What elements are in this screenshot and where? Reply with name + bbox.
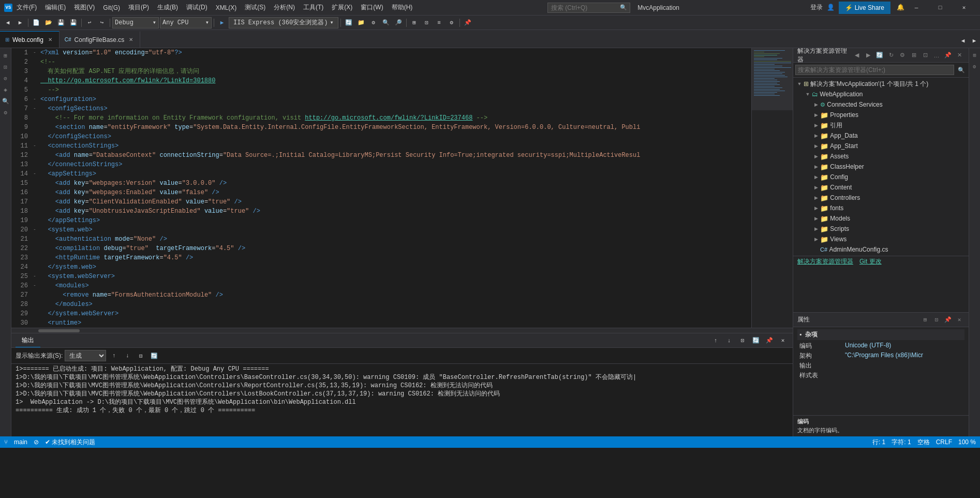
- se-expand-content[interactable]: ▶: [812, 185, 820, 190]
- se-expand-props[interactable]: ▶: [812, 112, 820, 118]
- se-solution-root[interactable]: ▼ ⊞ 解决方案'MvcApplication'(1 个项目/共 1 个): [793, 79, 969, 89]
- sidebar-icon-1[interactable]: ⊞: [1, 50, 11, 61]
- new-project-button[interactable]: 📄: [31, 17, 42, 28]
- sidebar-icon-3[interactable]: ⊘: [1, 73, 11, 83]
- se-expand-appstart[interactable]: ▶: [812, 143, 820, 149]
- tab-scroll-left[interactable]: ◀: [957, 33, 969, 48]
- menu-file[interactable]: 文件(F): [12, 1, 41, 14]
- se-item-models[interactable]: ▶ 📁 Models: [793, 213, 969, 224]
- se-item-properties[interactable]: ▶ 📁 Properties: [793, 110, 969, 120]
- sidebar-icon-6[interactable]: ⚙: [1, 107, 11, 118]
- liveshare-button[interactable]: ⚡ Live Share: [839, 2, 890, 14]
- se-tool-more[interactable]: …: [931, 50, 942, 61]
- menu-debug[interactable]: 调试(D): [182, 1, 212, 14]
- bottom-close-btn[interactable]: ✕: [777, 335, 789, 346]
- git-changes-link[interactable]: Git 更改: [859, 257, 882, 266]
- tab-configfilebase[interactable]: C# ConfigFileBase.cs ✕: [60, 31, 141, 48]
- iis-express-dropdown[interactable]: IIS Express (360安全浏览器) ▾: [229, 17, 338, 28]
- tab-output[interactable]: 输出: [16, 334, 40, 347]
- props-tool-close[interactable]: ✕: [954, 315, 964, 325]
- run-button[interactable]: ▶: [216, 17, 228, 28]
- extra-btn-4[interactable]: ⚙: [446, 17, 457, 28]
- menu-tools[interactable]: 工具(T): [299, 1, 328, 14]
- fold-icon-7[interactable]: -: [31, 104, 38, 113]
- se-item-adminmenu[interactable]: C# AdminMenuConfig.cs: [793, 244, 969, 255]
- menu-git[interactable]: Git(G): [99, 2, 124, 13]
- undo-button[interactable]: ↩: [84, 17, 95, 28]
- extra-btn-1[interactable]: ⊞: [409, 17, 420, 28]
- search-toolbar-button[interactable]: 🔍: [380, 17, 392, 28]
- save-button[interactable]: 💾: [55, 17, 67, 28]
- se-expand-assets[interactable]: ▶: [812, 154, 820, 159]
- save-all-button[interactable]: 💾: [68, 17, 79, 28]
- properties-button[interactable]: ⚙: [368, 17, 379, 28]
- se-item-appstart[interactable]: ▶ 📁 App_Start: [793, 141, 969, 151]
- notification-icon[interactable]: 🔔: [897, 4, 904, 11]
- find-button[interactable]: 🔎: [393, 17, 404, 28]
- se-expand-views[interactable]: ▶: [812, 237, 820, 242]
- bottom-btn-3[interactable]: ⊡: [737, 335, 748, 346]
- fold-icon-14[interactable]: -: [31, 169, 38, 179]
- tab-configfilebase-close[interactable]: ✕: [127, 36, 135, 43]
- menu-xml[interactable]: XML(X): [212, 2, 241, 13]
- right-icon-1[interactable]: ⊞: [970, 50, 980, 61]
- status-no-issues[interactable]: ✔ 未找到相关问题: [45, 438, 95, 447]
- menu-project[interactable]: 项目(P): [124, 1, 153, 14]
- source-dropdown[interactable]: 生成: [65, 350, 106, 361]
- sidebar-icon-4[interactable]: ◈: [1, 84, 11, 95]
- redo-button[interactable]: ↪: [96, 17, 108, 28]
- status-space[interactable]: 空格: [917, 438, 930, 447]
- se-tool-back[interactable]: ◀: [852, 50, 862, 61]
- se-search-input[interactable]: [795, 65, 954, 75]
- solution-explorer-link[interactable]: 解决方案资源管理器: [797, 257, 853, 266]
- h-scroll-thumb[interactable]: [38, 329, 80, 332]
- right-icon-2[interactable]: ⚙: [970, 62, 980, 72]
- se-tool-refresh[interactable]: ↻: [886, 50, 896, 61]
- se-tool-forward[interactable]: ▶: [863, 50, 873, 61]
- se-expand-project[interactable]: ▼: [804, 92, 812, 97]
- se-expand-controllers[interactable]: ▶: [812, 195, 820, 200]
- se-item-config[interactable]: ▶ 📁 Config: [793, 172, 969, 182]
- horizontal-scrollbar[interactable]: [11, 328, 793, 333]
- section-misc-expand[interactable]: ▪: [799, 331, 801, 338]
- se-expand-config[interactable]: ▶: [812, 174, 820, 180]
- se-tool-props[interactable]: ⚙: [897, 50, 908, 61]
- fold-icon-25[interactable]: -: [31, 272, 38, 281]
- se-expand-cs[interactable]: ▶: [812, 102, 820, 107]
- fold-icon-26[interactable]: -: [31, 281, 38, 290]
- title-search-input[interactable]: [547, 3, 630, 13]
- code-minimap[interactable]: [751, 48, 793, 328]
- code-editor-body[interactable]: <?xml version="1.0" encoding="utf-8"?> <…: [38, 48, 751, 328]
- fold-icon-11[interactable]: -: [31, 141, 38, 151]
- menu-view[interactable]: 视图(V): [70, 1, 99, 14]
- se-expand-appdata[interactable]: ▶: [812, 133, 820, 138]
- se-expand-icon[interactable]: ▼: [795, 81, 804, 86]
- menu-test[interactable]: 测试(S): [241, 1, 270, 14]
- se-tool-filter[interactable]: ⊡: [920, 50, 930, 61]
- se-item-classhelper[interactable]: ▶ 📁 ClassHelper: [793, 162, 969, 172]
- se-project[interactable]: ▼ 🗂 WebApplication: [793, 89, 969, 99]
- tab-webconfig[interactable]: ⊞ Web.config ✕: [0, 31, 60, 48]
- source-btn-4[interactable]: 🔄: [149, 350, 160, 361]
- close-button[interactable]: ✕: [952, 0, 976, 16]
- cpu-platform-dropdown[interactable]: Any CPU ▾: [160, 17, 212, 28]
- sidebar-icon-2[interactable]: ⊡: [1, 62, 11, 72]
- fold-icon-20[interactable]: -: [31, 225, 38, 235]
- se-item-assets[interactable]: ▶ 📁 Assets: [793, 151, 969, 162]
- props-tool-1[interactable]: ⊞: [920, 315, 930, 325]
- menu-help[interactable]: 帮助(H): [388, 1, 417, 14]
- source-btn-1[interactable]: ↑: [108, 350, 120, 361]
- menu-build[interactable]: 生成(B): [153, 1, 182, 14]
- menu-window[interactable]: 窗口(W): [357, 1, 387, 14]
- status-zoom[interactable]: 100 %: [958, 438, 976, 446]
- tab-webconfig-close[interactable]: ✕: [47, 36, 54, 43]
- fold-icon-6[interactable]: -: [31, 95, 38, 104]
- minimize-button[interactable]: —: [904, 0, 928, 16]
- status-row[interactable]: 行: 1: [872, 438, 885, 447]
- se-search-icon[interactable]: 🔍: [956, 65, 967, 75]
- bottom-btn-2[interactable]: ↓: [723, 335, 735, 346]
- se-item-scripts[interactable]: ▶ 📁 Scripts: [793, 224, 969, 234]
- menu-analyze[interactable]: 分析(N): [270, 1, 299, 14]
- tab-scroll-right[interactable]: ▶: [969, 33, 980, 48]
- se-tool-sync[interactable]: 🔄: [874, 50, 885, 61]
